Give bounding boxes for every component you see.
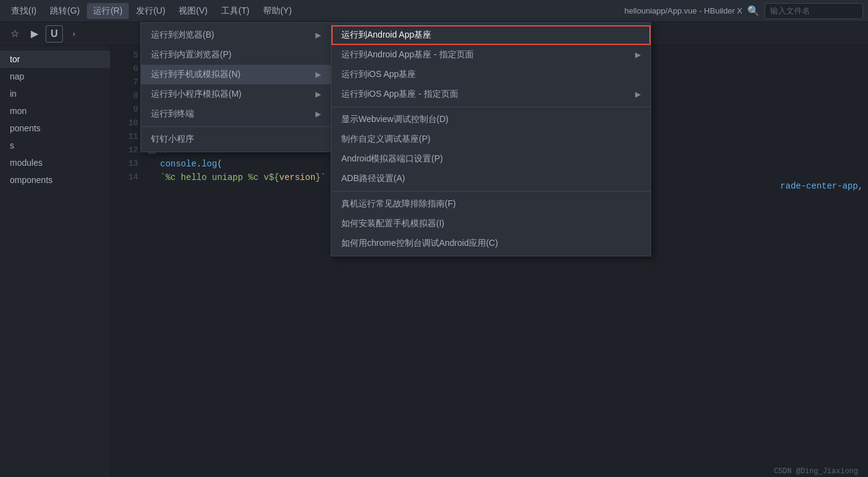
menubar-run[interactable]: 运行(R) [87,3,128,19]
submenu-item-label: 如何用chrome控制台调试Android应用(C) [341,238,498,249]
file-search-box[interactable]: 输入文件名 [765,3,863,19]
menu-run-miniprogram[interactable]: 运行到小程序模拟器(M) ▶ [141,84,331,104]
line-number: 9 [116,105,138,114]
line-number: 7 [116,78,138,87]
submenu-run-android[interactable]: 运行到Android App基座 [331,25,651,45]
submenu-item-label: ADB路径设置(A) [341,173,405,184]
line-number: 11 [116,132,138,141]
submenu-item-label: 真机运行常见故障排除指南(F) [341,198,456,210]
bottombar: CSDN @Ding_Jiaxiong [764,466,868,477]
submenu-run-ios-page[interactable]: 运行到iOS App基座 - 指定页面 ▶ [331,84,651,104]
sidebar-item-s[interactable]: s [0,137,110,154]
menubar-find[interactable]: 查找(I) [5,3,43,19]
sidebar-item-ponents[interactable]: ponents [0,120,110,137]
arrow-icon: ▶ [635,51,641,59]
menubar-view[interactable]: 视图(V) [172,3,214,19]
menubar-publish[interactable]: 发行(U) [130,3,171,19]
line-content: console.log( [148,159,222,169]
submenu-item-label: Android模拟器端口设置(P) [341,153,443,165]
search-icon: 🔍 [747,5,760,17]
line-number: 5 [116,51,138,60]
menu-item-label: 钉钉小程序 [151,134,194,145]
menu-item-label: 运行到手机或模拟器(N) [151,69,240,80]
menu-item-label: 运行到浏览器(B) [151,30,214,41]
arrow-icon: ▶ [315,90,321,99]
submenu-item-label: 运行到Android App基座 [341,30,431,41]
menubar-tools[interactable]: 工具(T) [215,3,256,19]
sidebar-item-in[interactable]: in [0,85,110,102]
line-number: 12 [116,145,138,155]
submenu-item-label: 运行到iOS App基座 - 指定页面 [341,89,458,100]
sidebar-item-omponents[interactable]: omponents [0,171,110,189]
submenu-item-label: 运行到iOS App基座 [341,69,416,80]
submenu-android-emulator-port[interactable]: Android模拟器端口设置(P) [331,149,651,169]
menu-item-label: 运行到内置浏览器(P) [151,49,232,60]
line-number: 10 [116,118,138,128]
sidebar-item-tor[interactable]: tor [0,51,110,68]
submenu-real-device-guide[interactable]: 真机运行常见故障排除指南(F) [331,194,651,214]
arrow-icon: ▶ [635,90,641,99]
submenu-item-label: 制作自定义调试基座(P) [341,134,431,145]
submenu-item-label: 运行到Android App基座 - 指定页面 [341,49,474,60]
menu-item-label: 运行到小程序模拟器(M) [151,89,241,100]
line-content: `%c hello uniapp %c v${version}` , [148,173,336,182]
arrow-icon: ▶ [315,31,321,39]
arrow-icon: ▶ [315,70,321,79]
submenu-divider [331,107,651,107]
run-icon[interactable]: ▶ [26,25,43,43]
menu-run-builtin-browser[interactable]: 运行到内置浏览器(P) [141,45,331,65]
credit-label: CSDN @Ding_Jiaxiong [774,467,858,476]
line-number: 14 [116,173,138,182]
submenu-adb-path[interactable]: ADB路径设置(A) [331,169,651,189]
editor-icon[interactable]: U [46,25,63,43]
menubar: 查找(I) 跳转(G) 运行(R) 发行(U) 视图(V) 工具(T) 帮助(Y… [0,0,868,22]
menubar-right: hellouniapp/App.vue - HBuilder X 🔍 输入文件名 [624,3,863,19]
submenu-webview-debug[interactable]: 显示Webview调试控制台(D) [331,110,651,129]
menu-run-terminal[interactable]: 运行到终端 ▶ [141,104,331,124]
submenu-chrome-debug-android[interactable]: 如何用chrome控制台调试Android应用(C) [331,234,651,253]
menubar-goto[interactable]: 跳转(G) [44,3,86,19]
line-number: 8 [116,91,138,100]
right-code-overflow: rade-center-app, [781,181,863,191]
submenu-divider-2 [331,191,651,192]
star-icon[interactable]: ☆ [6,25,23,43]
sidebar-item-mon[interactable]: mon [0,102,110,120]
submenu-install-emulator[interactable]: 如何安装配置手机模拟器(I) [331,214,651,234]
submenu-run-android-page[interactable]: 运行到Android App基座 - 指定页面 ▶ [331,45,651,65]
submenu-custom-debug[interactable]: 制作自定义调试基座(P) [331,129,651,149]
submenu-run-ios[interactable]: 运行到iOS App基座 [331,65,651,84]
phone-submenu-dropdown: 运行到Android App基座 运行到Android App基座 - 指定页面… [331,22,651,256]
menu-item-label: 运行到终端 [151,108,194,120]
window-title: hellouniapp/App.vue - HBuilder X [624,6,742,15]
menu-run-browser[interactable]: 运行到浏览器(B) ▶ [141,25,331,45]
line-number: 6 [116,64,138,73]
submenu-item-label: 显示Webview调试控制台(D) [341,114,448,125]
submenu-item-label: 如何安装配置手机模拟器(I) [341,218,444,229]
menu-dingding[interactable]: 钉钉小程序 [141,129,331,149]
arrow-icon: ▶ [315,110,321,118]
sidebar-item-nap[interactable]: nap [0,68,110,85]
sidebar-item-modules[interactable]: modules [0,154,110,171]
menubar-help[interactable]: 帮助(Y) [257,3,298,19]
menu-run-phone[interactable]: 运行到手机或模拟器(N) ▶ [141,65,331,84]
search-placeholder: 输入文件名 [770,6,810,17]
menu-divider [141,126,331,127]
run-menu-dropdown: 运行到浏览器(B) ▶ 运行到内置浏览器(P) 运行到手机或模拟器(N) ▶ 运… [140,22,331,152]
sidebar: tor nap in mon ponents s modules omponen… [0,46,111,477]
chevron-icon[interactable]: › [65,25,83,43]
line-number: 13 [116,159,138,168]
